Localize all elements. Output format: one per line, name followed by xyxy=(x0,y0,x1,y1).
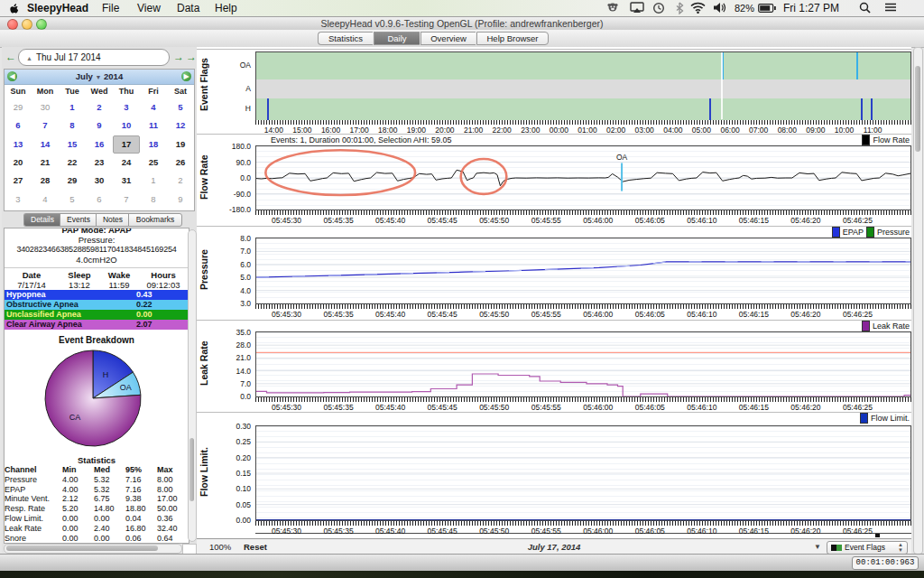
menu-data[interactable]: Data xyxy=(177,1,199,15)
tab-daily[interactable]: Daily xyxy=(374,32,420,45)
calendar-day-14[interactable]: 14 xyxy=(32,135,59,154)
snore-legend-fragment xyxy=(875,534,880,537)
tab-help-browser[interactable]: Help Browser xyxy=(476,32,549,45)
x-tick-strip xyxy=(255,521,911,526)
menu-view[interactable]: View xyxy=(137,1,161,15)
calendar-day-7[interactable]: 7 xyxy=(32,117,59,135)
calendar-day-29[interactable]: 29 xyxy=(5,98,32,117)
details-horizontal-scrollbar[interactable] xyxy=(4,544,182,554)
event-mark-OA[interactable] xyxy=(856,52,858,79)
calendar-dayname: Fri xyxy=(140,85,167,98)
calendar-day-21[interactable]: 21 xyxy=(32,154,59,172)
calendar-day-30[interactable]: 30 xyxy=(86,172,113,190)
menu-file[interactable]: File xyxy=(102,1,119,15)
event-mark-H[interactable] xyxy=(871,98,873,120)
calendar-day-1[interactable]: 1 xyxy=(140,172,167,190)
pin-toggle-icon[interactable]: ▼ xyxy=(814,543,821,551)
event-row-value: 0.43 xyxy=(136,290,189,300)
details-vscroll-thumb[interactable] xyxy=(189,438,194,501)
detail-tab-details[interactable]: Details xyxy=(23,213,60,227)
calendar-day-19[interactable]: 19 xyxy=(167,135,194,154)
calendar-day-26[interactable]: 26 xyxy=(167,154,194,172)
calendar-day-18[interactable]: 18 xyxy=(140,135,167,154)
airplay-icon[interactable] xyxy=(630,2,644,14)
calendar-day-3[interactable]: 3 xyxy=(113,98,140,117)
calendar-day-30[interactable]: 30 xyxy=(32,98,59,117)
volume-icon[interactable] xyxy=(713,2,726,14)
details-hscroll-thumb[interactable] xyxy=(6,545,158,551)
calendar-day-6[interactable]: 6 xyxy=(86,191,113,209)
calendar-day-9[interactable]: 9 xyxy=(86,117,113,135)
calendar-day-17[interactable]: 17 xyxy=(113,135,140,154)
calendar-day-4[interactable]: 4 xyxy=(140,98,167,117)
tab-statistics[interactable]: Statistics xyxy=(318,32,373,45)
calendar-day-23[interactable]: 23 xyxy=(86,154,113,172)
calendar-day-16[interactable]: 16 xyxy=(86,135,113,154)
graph-select-dropdown[interactable]: Event Flags ▲▼ xyxy=(827,541,908,555)
calendar-day-5[interactable]: 5 xyxy=(167,98,194,117)
event-mark-H[interactable] xyxy=(861,98,863,120)
calendar-day-31[interactable]: 31 xyxy=(113,172,140,190)
x-label-05:45:40: 05:45:40 xyxy=(375,527,405,536)
app-status-icon[interactable] xyxy=(606,2,619,14)
notification-center-icon[interactable] xyxy=(884,2,897,13)
detail-tab-bookmarks[interactable]: Bookmarks xyxy=(128,213,182,227)
calendar-day-7[interactable]: 7 xyxy=(113,191,140,209)
calendar-day-8[interactable]: 8 xyxy=(59,117,86,135)
event-mark-H[interactable] xyxy=(709,98,711,120)
calendar-day-4[interactable]: 4 xyxy=(32,191,59,209)
calendar-day-11[interactable]: 11 xyxy=(140,117,167,135)
date-combo[interactable]: ▲Thu Jul 17 2014 xyxy=(18,49,170,66)
calendar-day-2[interactable]: 2 xyxy=(86,98,113,117)
detail-tab-events[interactable]: Events xyxy=(60,213,97,227)
x-label-05:45:35: 05:45:35 xyxy=(324,216,354,225)
calendar-day-9[interactable]: 9 xyxy=(167,191,194,209)
calendar-day-22[interactable]: 22 xyxy=(59,154,86,172)
calendar-day-25[interactable]: 25 xyxy=(140,154,167,172)
calendar-month-year[interactable]: July ▼ 2014 xyxy=(5,70,194,85)
calendar-day-27[interactable]: 27 xyxy=(5,172,32,190)
wifi-icon[interactable] xyxy=(690,2,706,14)
plot-pressure[interactable] xyxy=(255,238,911,304)
menu-help[interactable]: Help xyxy=(215,1,237,15)
apple-icon[interactable] xyxy=(9,3,20,14)
time-machine-icon[interactable] xyxy=(652,2,665,14)
calendar-day-10[interactable]: 10 xyxy=(113,117,140,135)
x-label-05:46:20: 05:46:20 xyxy=(790,216,820,225)
tab-overview[interactable]: Overview xyxy=(420,32,476,45)
calendar-day-29[interactable]: 29 xyxy=(59,172,86,190)
calendar-day-12[interactable]: 12 xyxy=(167,117,194,135)
next-day-button[interactable]: → xyxy=(173,51,184,63)
menu-app-name[interactable]: SleepyHead xyxy=(27,1,88,15)
event-mark-H[interactable] xyxy=(267,98,269,120)
next-month-button[interactable]: ▶ xyxy=(181,71,191,81)
calendar-day-1[interactable]: 1 xyxy=(59,98,86,117)
calendar-day-8[interactable]: 8 xyxy=(140,191,167,209)
session-value: 7/17/14 xyxy=(5,280,59,290)
plot-leak[interactable] xyxy=(255,331,911,397)
calendar-day-13[interactable]: 13 xyxy=(5,135,32,154)
legend-flow: Flow Rate xyxy=(862,135,910,144)
detail-tab-notes[interactable]: Notes xyxy=(96,213,129,227)
x-tick-strip xyxy=(255,120,911,125)
y-label-flowlimit: 0.15 xyxy=(211,469,251,478)
calendar-day-20[interactable]: 20 xyxy=(5,154,32,172)
bluetooth-icon[interactable] xyxy=(675,2,684,14)
plot-flags[interactable] xyxy=(255,51,911,120)
calendar-day-5[interactable]: 5 xyxy=(59,191,86,209)
menu-clock[interactable]: Fri 1:27 PM xyxy=(783,1,839,15)
details-vertical-scrollbar[interactable] xyxy=(188,229,197,542)
charts-vscroll-thumb[interactable] xyxy=(915,66,920,152)
prev-day-button[interactable]: ← xyxy=(5,51,16,63)
spotlight-icon[interactable] xyxy=(859,2,871,14)
calendar-day-28[interactable]: 28 xyxy=(32,172,59,190)
calendar-day-15[interactable]: 15 xyxy=(59,135,86,154)
calendar-day-3[interactable]: 3 xyxy=(5,191,32,209)
calendar-day-2[interactable]: 2 xyxy=(167,172,194,190)
charts-vertical-scrollbar[interactable] xyxy=(913,47,923,555)
plot-flow[interactable]: OA xyxy=(255,145,911,210)
calendar-day-24[interactable]: 24 xyxy=(113,154,140,172)
stats-row-flow-limit-: Flow Limit.0.000.000.040.36 xyxy=(5,514,189,524)
plot-flowlimit[interactable] xyxy=(255,425,911,521)
calendar-day-6[interactable]: 6 xyxy=(5,117,32,135)
